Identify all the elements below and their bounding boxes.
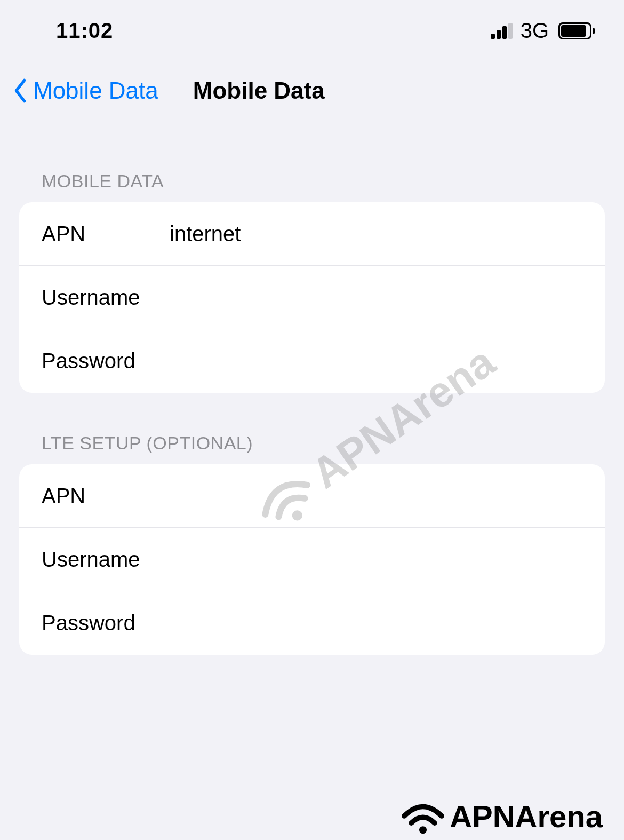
page-title: Mobile Data [193, 77, 325, 104]
input-apn[interactable] [170, 222, 582, 246]
label-lte-apn: APN [42, 484, 170, 508]
row-username[interactable]: Username [19, 266, 605, 329]
label-lte-username: Username [42, 548, 170, 572]
status-bar: 11:02 3G [0, 0, 624, 53]
section-header-mobile-data: MOBILE DATA [0, 117, 624, 202]
navigation-bar: Mobile Data Mobile Data [0, 53, 624, 117]
battery-icon [558, 22, 595, 39]
input-lte-password[interactable] [170, 611, 582, 635]
row-lte-apn[interactable]: APN [19, 464, 605, 528]
row-lte-password[interactable]: Password [19, 591, 605, 655]
watermark-bottom-text: APNArena [450, 798, 603, 834]
label-lte-password: Password [42, 611, 170, 635]
label-username: Username [42, 286, 170, 310]
section-header-lte-setup: LTE SETUP (OPTIONAL) [0, 393, 624, 464]
row-password[interactable]: Password [19, 329, 605, 393]
label-password: Password [42, 349, 170, 373]
watermark-bottom: APNArena [399, 797, 603, 835]
row-apn[interactable]: APN [19, 202, 605, 266]
status-indicators: 3G [491, 19, 595, 43]
input-username[interactable] [170, 286, 582, 310]
input-lte-apn[interactable] [170, 484, 582, 508]
svg-point-1 [419, 826, 427, 834]
input-lte-username[interactable] [170, 548, 582, 572]
signal-strength-icon [491, 23, 513, 39]
back-button-label[interactable]: Mobile Data [33, 77, 158, 104]
group-lte-setup: APN Username Password [19, 464, 605, 655]
input-password[interactable] [170, 349, 582, 373]
back-chevron-icon[interactable] [11, 78, 29, 104]
label-apn: APN [42, 222, 170, 246]
wifi-icon [399, 797, 447, 835]
network-type-label: 3G [521, 19, 549, 43]
row-lte-username[interactable]: Username [19, 528, 605, 591]
group-mobile-data: APN Username Password [19, 202, 605, 393]
status-time: 11:02 [56, 19, 113, 43]
